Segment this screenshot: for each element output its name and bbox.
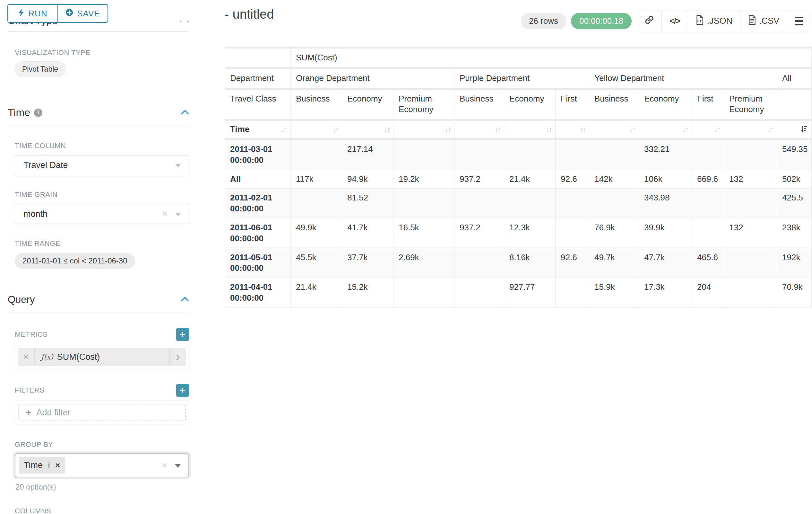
metrics-label: METRICS	[15, 330, 48, 339]
chevron-down-icon[interactable]	[175, 213, 181, 216]
pivot-cell: 343.98	[639, 189, 692, 218]
metric-pill[interactable]: × ƒ(x) SUM(Cost) ›	[18, 348, 186, 366]
pivot-sort-header: ↓↑	[504, 120, 556, 139]
add-metric-button[interactable]: +	[176, 328, 189, 341]
sort-cell: ↓↑	[347, 124, 389, 135]
time-column-select[interactable]: Travel Date	[15, 155, 189, 175]
filters-field: + Add filter	[15, 401, 189, 424]
sort-descending-icon[interactable]	[799, 125, 808, 133]
add-filter-button[interactable]: + Add filter	[18, 404, 186, 421]
filters-header-row: FILTERS +	[15, 384, 189, 397]
pivot-col-axis-label: Department	[225, 68, 291, 89]
pivot-cell: 937.2	[455, 218, 504, 248]
pivot-cell: 70.9k	[777, 278, 812, 308]
sort-icon[interactable]: ↓↑	[444, 124, 450, 135]
metric-name: SUM(Cost)	[57, 352, 100, 362]
pivot-cell: 19.2k	[394, 170, 455, 189]
pivot-class-header: Business	[291, 89, 342, 120]
time-grain-value: month	[23, 209, 48, 219]
share-link-button[interactable]	[637, 11, 662, 31]
chart-title[interactable]: - untitled	[225, 7, 274, 22]
add-filter-label: Add filter	[37, 408, 71, 417]
export-toolbar: </> .JSON .CSV	[637, 10, 811, 31]
pivot-cell	[455, 278, 504, 308]
pivot-class-header	[777, 89, 812, 120]
export-json-button[interactable]: .JSON	[688, 11, 741, 31]
sort-icon[interactable]: ↓↑	[682, 124, 688, 135]
tag-label: Time	[24, 460, 43, 470]
pivot-cell: 49.9k	[291, 218, 342, 248]
chevron-down-icon[interactable]	[175, 464, 181, 468]
info-icon: i	[48, 461, 50, 470]
pivot-cell	[455, 248, 504, 278]
pivot-metric-header: SUM(Cost)	[291, 48, 812, 68]
pivot-cell	[724, 189, 777, 218]
export-csv-button[interactable]: .CSV	[741, 11, 787, 31]
sort-icon[interactable]: ↓↑	[281, 124, 287, 135]
sort-icon[interactable]: ↓↑	[494, 124, 500, 135]
pivot-cell	[556, 189, 589, 218]
pivot-cell: 332.21	[639, 139, 692, 170]
sort-icon[interactable]: ↓↑	[332, 124, 338, 135]
pivot-cell: 217.14	[342, 139, 394, 170]
sort-icon[interactable]: ↓↑	[714, 124, 720, 135]
chevron-down-icon[interactable]	[175, 164, 181, 167]
pivot-department-header: Yellow Department	[589, 68, 777, 89]
table-row: 2011-04-01 00:00:0021.4k15.2k927.7715.9k…	[225, 278, 812, 308]
pivot-department-header: All	[777, 68, 812, 89]
pivot-class-header: Economy	[342, 89, 394, 120]
info-icon: i	[34, 109, 42, 117]
pivot-cell: 39.9k	[639, 218, 692, 248]
clear-icon[interactable]: ×	[162, 208, 168, 219]
lightning-icon	[18, 8, 24, 19]
pivot-cell: 465.6	[692, 248, 724, 278]
group-by-tag[interactable]: Time i ×	[19, 457, 65, 474]
pivot-cell	[504, 139, 556, 170]
time-range-pill[interactable]: 2011-01-01 ≤ col < 2011-06-30	[15, 253, 135, 269]
remove-tag-icon[interactable]: ×	[55, 460, 60, 470]
code-icon: </>	[669, 17, 680, 26]
pivot-cell: 94.9k	[342, 170, 394, 189]
plus-icon: +	[26, 407, 31, 418]
function-icon: ƒ(x)	[41, 353, 53, 361]
sort-cell: ↓↑	[594, 124, 635, 135]
sort-icon[interactable]: ↓↑	[579, 124, 585, 135]
remove-metric-icon[interactable]: ×	[18, 348, 35, 366]
pivot-cell: 425.5	[777, 189, 812, 218]
sort-icon[interactable]: ↓↑	[767, 124, 773, 135]
run-button[interactable]: RUN	[7, 4, 58, 23]
pivot-cell	[692, 139, 724, 170]
pivot-cell: 204	[692, 278, 724, 308]
json-label: .JSON	[707, 16, 732, 26]
chevron-up-icon[interactable]	[181, 110, 189, 116]
save-button[interactable]: SAVE	[58, 4, 108, 23]
chart-menu-button[interactable]	[787, 11, 811, 31]
query-duration-badge: 00:00:00.18	[571, 13, 632, 29]
pivot-cell: 927.77	[504, 278, 556, 308]
visualization-type-pill[interactable]: Pivot Table	[15, 61, 65, 77]
view-query-button[interactable]: </>	[662, 11, 688, 31]
visualization-type-label: VISUALIZATION TYPE	[15, 49, 189, 57]
sort-icon[interactable]: ↓↑	[546, 124, 551, 135]
time-grain-select[interactable]: month ×	[15, 204, 189, 224]
clear-icon[interactable]: ×	[162, 459, 167, 470]
sort-icon[interactable]: ↓↑	[629, 124, 635, 135]
chevron-up-icon[interactable]	[181, 297, 189, 303]
pivot-cell	[589, 139, 639, 170]
pivot-cell	[291, 189, 342, 218]
pivot-class-header: Business	[589, 89, 639, 120]
group-by-select[interactable]: Time i × ×	[15, 453, 189, 477]
pivot-class-header: Premium Economy	[394, 89, 455, 120]
pivot-cell	[724, 248, 777, 278]
pivot-sort-header: ↓↑	[589, 120, 639, 139]
pivot-cell: 117k	[291, 170, 342, 189]
add-filter-plus-button[interactable]: +	[176, 384, 189, 397]
pivot-row-axis-label: Time↓↑	[225, 120, 291, 139]
chevron-right-icon[interactable]: ›	[169, 348, 186, 366]
columns-label: COLUMNS	[15, 507, 189, 514]
hamburger-icon	[795, 17, 803, 25]
sort-cell: ↓↑	[399, 124, 450, 135]
pivot-class-header: Economy	[504, 89, 556, 120]
chart-header-controls: 26 rows 00:00:00.18 </>	[521, 10, 811, 31]
sort-icon[interactable]: ↓↑	[383, 124, 389, 135]
